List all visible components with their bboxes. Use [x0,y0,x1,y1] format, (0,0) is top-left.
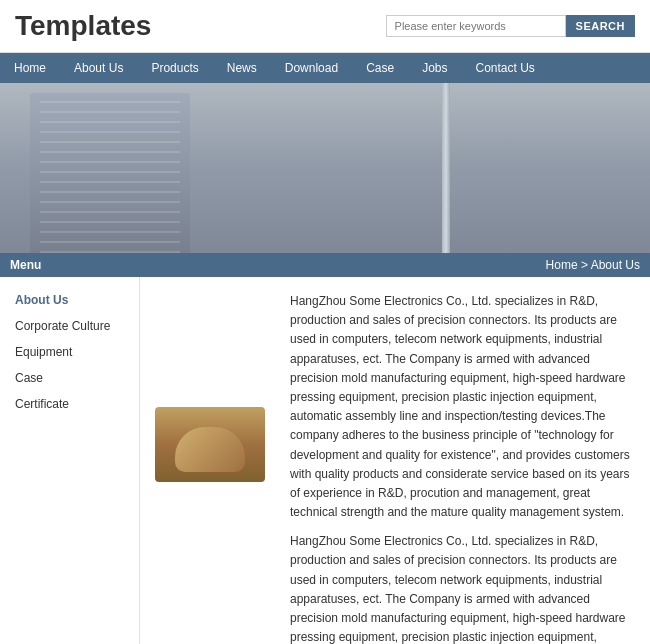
globe-image [155,292,265,402]
sidebar-item-equipment[interactable]: Equipment [0,339,139,365]
nav-home[interactable]: Home [0,53,60,83]
main-content: HangZhou Some Electronics Co., Ltd. spec… [140,277,650,644]
search-button[interactable]: SEARCH [566,15,635,37]
hero-banner [0,83,650,253]
breadcrumb-bar: Menu Home > About Us [0,253,650,277]
main-text: HangZhou Some Electronics Co., Ltd. spec… [290,292,635,644]
sidebar-item-case[interactable]: Case [0,365,139,391]
nav-about[interactable]: About Us [60,53,137,83]
sidebar-item-certificate[interactable]: Certificate [0,391,139,417]
site-title: Templates [15,10,151,42]
main-image [155,292,275,482]
paragraph-2: HangZhou Some Electronics Co., Ltd. spec… [290,532,635,644]
header: Templates SEARCH [0,0,650,53]
nav-case[interactable]: Case [352,53,408,83]
content-area: About Us Corporate Culture Equipment Cas… [0,277,650,644]
nav-products[interactable]: Products [137,53,212,83]
search-input[interactable] [386,15,566,37]
sidebar-item-about[interactable]: About Us [0,287,139,313]
nav-contact[interactable]: Contact Us [462,53,549,83]
handshake-image [155,407,265,482]
main-nav: Home About Us Products News Download Cas… [0,53,650,83]
breadcrumb: Home > About Us [546,258,640,272]
sidebar: About Us Corporate Culture Equipment Cas… [0,277,140,644]
sidebar-item-culture[interactable]: Corporate Culture [0,313,139,339]
menu-label: Menu [10,258,41,272]
nav-download[interactable]: Download [271,53,352,83]
paragraph-1: HangZhou Some Electronics Co., Ltd. spec… [290,292,635,522]
search-bar: SEARCH [386,15,635,37]
nav-jobs[interactable]: Jobs [408,53,461,83]
nav-news[interactable]: News [213,53,271,83]
